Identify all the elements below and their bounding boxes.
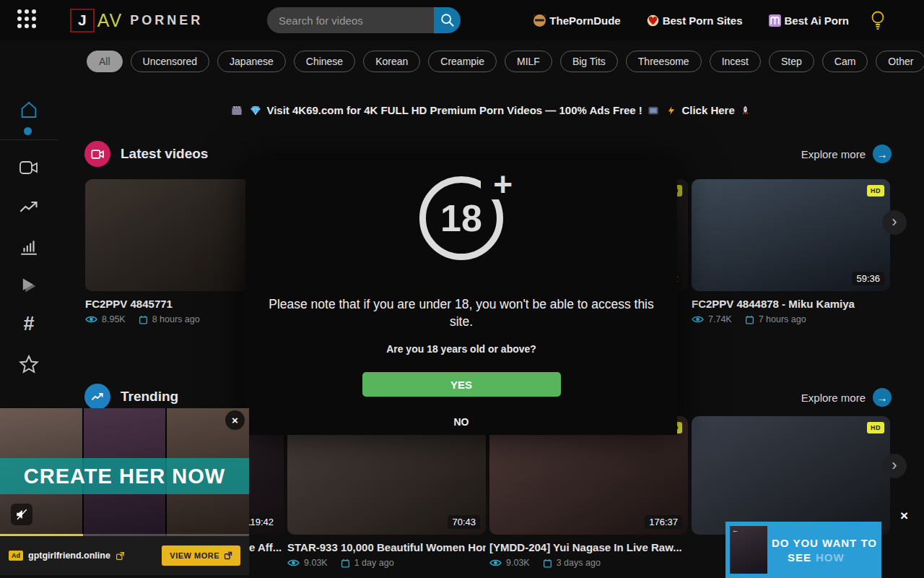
home-icon [19, 99, 39, 121]
trending-explore-more[interactable]: Explore more → [801, 388, 892, 407]
hd-badge: HD [867, 422, 884, 434]
ad-progress-track[interactable] [0, 534, 249, 536]
latest-carousel-next-button[interactable]: › [882, 210, 907, 235]
search-input[interactable] [267, 7, 434, 33]
porndude-face-icon [533, 14, 546, 27]
explore-label: Explore more [801, 392, 866, 404]
posted-time: 1 day ago [354, 558, 394, 568]
lightning-icon [666, 105, 676, 116]
clapperboard-icon [231, 105, 243, 116]
sidebar-item-trending[interactable] [19, 197, 39, 217]
apps-grid-icon[interactable] [17, 9, 40, 31]
video-ad: CREATE HER NOW × Ad gptgirlfriend.online [0, 408, 249, 575]
section-title: Latest videos [121, 146, 208, 162]
link-theporndude[interactable]: ThePornDude [533, 14, 620, 27]
site-logo[interactable]: J AV PORNER [70, 9, 203, 33]
chip-all[interactable]: All [87, 51, 123, 72]
ad-video-area[interactable]: CREATE HER NOW × [0, 408, 249, 536]
ad-cta-band[interactable]: CREATE HER NOW [0, 458, 249, 494]
hashtag-icon: # [23, 313, 34, 335]
views-eye-icon [287, 558, 300, 567]
gem-icon [250, 105, 261, 116]
calendar-icon [745, 315, 754, 324]
ad-mute-button[interactable] [11, 504, 32, 525]
link-label: ThePornDude [549, 14, 620, 27]
view-count: 9.03K [304, 558, 328, 568]
arrow-right-icon: → [873, 144, 892, 163]
chip-other[interactable]: Other [876, 51, 924, 72]
chip-threesome[interactable]: Threesome [626, 51, 702, 72]
yes-button[interactable]: YES [362, 372, 561, 397]
trending-carousel-next-button[interactable]: › [882, 454, 907, 478]
video-title[interactable]: FC2PPV 4844878 - Miku Kamiya [692, 298, 890, 310]
view-more-label: VIEW MORE [170, 551, 219, 560]
ad-domain-link[interactable]: gptgirlfriend.online [28, 551, 110, 561]
video-card[interactable]: HD 176:37 [YMDD-204] Yui Nagase In Live … [489, 416, 688, 568]
theme-lightbulb-button[interactable] [869, 10, 886, 33]
chip-big-tits[interactable]: Big Tits [560, 51, 618, 72]
ad-progress-fill [0, 534, 83, 536]
link-best-ai-porn[interactable]: Best Ai Porn [769, 14, 849, 27]
latest-explore-more[interactable]: Explore more → [801, 144, 892, 163]
ad-info-bar: Ad gptgirlfriend.online VIEW MORE [0, 536, 249, 575]
banner-cta: Click Here [681, 104, 734, 116]
bar-chart-icon [19, 238, 38, 256]
posted-time: 8 hours ago [152, 314, 200, 324]
chip-chinese[interactable]: Chinese [294, 51, 355, 72]
sidebar-item-tags[interactable]: # [19, 314, 39, 334]
video-card[interactable]: HD 59:36 FC2PPV 4844878 - Miku Kamiya 7.… [692, 179, 890, 324]
video-meta: 9.03K 3 days ago [489, 558, 688, 568]
video-card[interactable]: HD [692, 416, 890, 535]
sidebar-item-stats[interactable] [19, 237, 39, 257]
chip-cam[interactable]: Cam [822, 51, 868, 72]
chip-korean[interactable]: Korean [363, 51, 420, 72]
corner-ad-close-button[interactable]: × [900, 508, 908, 524]
ad-badge: Ad [9, 551, 23, 561]
link-best-porn-sites[interactable]: Best Porn Sites [647, 14, 743, 27]
posted-time: 7 hours ago [759, 314, 806, 324]
ad-cta-text: CREATE HER NOW [24, 465, 225, 488]
video-title[interactable]: [YMDD-204] Yui Nagase In Live Raw... [489, 541, 688, 553]
star-icon [19, 354, 39, 374]
video-thumbnail[interactable]: HD 59:36 [692, 179, 890, 291]
sidebar-divider [0, 139, 58, 140]
video-title[interactable]: STAR-933 10,000 Beautiful Women Honj... [287, 541, 486, 553]
hd-badge: HD [867, 185, 884, 197]
page: J AV PORNER ThePornDude [0, 0, 924, 578]
chip-uncensored[interactable]: Uncensored [131, 51, 210, 72]
chip-milf[interactable]: MILF [505, 51, 552, 72]
link-label: Best Ai Porn [785, 14, 849, 27]
external-link-icon [224, 551, 232, 560]
active-indicator-dot [24, 127, 32, 135]
trending-section-header: Trending [84, 384, 178, 410]
sidebar-item-favorites[interactable] [19, 354, 39, 374]
back-arrow-icon: ← [732, 527, 738, 534]
promo-banner-link[interactable]: Visit 4K69.com for 4K FULL HD Premium Po… [58, 104, 924, 116]
close-icon: × [900, 508, 908, 523]
posted-time: 3 days ago [557, 558, 601, 568]
sidebar-item-home[interactable] [19, 100, 39, 120]
video-thumbnail[interactable]: HD [692, 416, 890, 535]
sidebar-item-playlists[interactable] [19, 276, 39, 296]
video-card[interactable]: HD 70:43 STAR-933 10,000 Beautiful Women… [287, 416, 486, 568]
sidebar-item-videos[interactable] [19, 158, 39, 178]
chip-step[interactable]: Step [769, 51, 814, 72]
search-icon [440, 12, 456, 28]
search-button[interactable] [434, 7, 461, 33]
view-count: 7.74K [708, 314, 732, 324]
calendar-icon [139, 315, 148, 324]
corner-ad[interactable]: ← DO YOU WANT TO SEEHOW [725, 522, 881, 578]
purple-m-icon [769, 14, 781, 27]
no-button[interactable]: NO [454, 416, 469, 428]
banner-text: Visit 4K69.com for 4K FULL HD Premium Po… [266, 104, 642, 116]
views-eye-icon [692, 315, 704, 324]
chip-incest[interactable]: Incest [710, 51, 761, 72]
view-more-button[interactable]: VIEW MORE [162, 545, 240, 566]
chip-creampie[interactable]: Creampie [428, 51, 497, 72]
chip-japanese[interactable]: Japanese [217, 51, 286, 72]
trending-up-icon [19, 199, 39, 215]
latest-section-icon [84, 141, 110, 167]
ad-close-button[interactable]: × [225, 410, 245, 430]
corner-ad-line2-faded: HOW [816, 551, 845, 564]
top-header: J AV PORNER ThePornDude [0, 0, 924, 40]
